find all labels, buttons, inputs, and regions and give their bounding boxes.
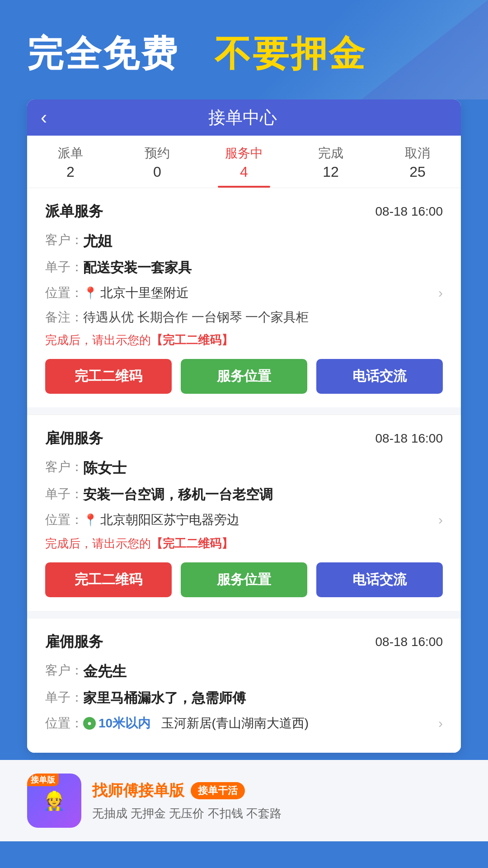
order-type-2: 雇佣服务 — [45, 429, 103, 448]
completion-hint-2: 完成后，请出示您的【完工二维码】 — [45, 536, 443, 552]
order-location-row-1[interactable]: 位置： 📍 北京十里堡附近 › — [45, 284, 443, 302]
location-distance-3: 10米以内 — [99, 716, 150, 730]
completion-hint-1: 完成后，请出示您的【完工二维码】 — [45, 332, 443, 348]
chevron-icon-1: › — [438, 285, 443, 301]
btn-phone-2[interactable]: 电话交流 — [316, 562, 443, 597]
order-desc-row-2: 单子： 安装一台空调，移机一台老空调 — [45, 486, 443, 504]
banner-content: 找师傅接单版 接单干活 无抽成 无押金 无压价 不扣钱 不套路 — [92, 780, 461, 821]
tab-bar: 派单 2 预约 0 服务中 4 完成 12 取消 25 — [27, 136, 461, 188]
order-list: 派单服务 08-18 16:00 客户： 尤姐 单子： 配送安装一套家具 位置：… — [27, 188, 461, 753]
tab-reservation[interactable]: 预约 0 — [114, 136, 201, 188]
btn-service-location-2[interactable]: 服务位置 — [181, 562, 307, 597]
order-customer-row-3: 客户： 金先生 — [45, 662, 443, 682]
banner-title-row: 找师傅接单版 接单干活 — [92, 780, 461, 801]
order-type-3: 雇佣服务 — [45, 632, 103, 652]
tab-in-service[interactable]: 服务中 4 — [201, 136, 287, 188]
chevron-icon-3: › — [438, 716, 443, 731]
order-customer-row-1: 客户： 尤姐 — [45, 231, 443, 251]
hero-banner: 完全免费 不要押金 — [0, 0, 488, 99]
order-card-3: 雇佣服务 08-18 16:00 客户： 金先生 单子： 家里马桶漏水了，急需师… — [27, 618, 461, 753]
order-time-1: 08-18 16:00 — [375, 204, 443, 219]
order-header-1: 派单服务 08-18 16:00 — [45, 202, 443, 222]
location-distance-icon-3: ● — [83, 717, 96, 730]
banner-tag: 接单干活 — [191, 782, 245, 799]
order-header-3: 雇佣服务 08-18 16:00 — [45, 632, 443, 652]
order-customer-row-2: 客户： 陈女士 — [45, 458, 443, 478]
order-time-2: 08-18 16:00 — [375, 431, 443, 446]
order-desc-row-1: 单子： 配送安装一套家具 — [45, 259, 443, 277]
location-name-3: 玉河新居(青山湖南大道西) — [161, 716, 309, 730]
back-button[interactable]: ‹ — [41, 107, 56, 128]
location-pin-icon-2: 📍 — [83, 513, 98, 527]
nav-title: 接单中心 — [56, 106, 429, 129]
action-buttons-1: 完工二维码 服务位置 电话交流 — [45, 359, 443, 394]
hero-text-yellow: 不要押金 — [215, 33, 366, 74]
order-location-row-3[interactable]: 位置： ● 10米以内 玉河新居(青山湖南大道西) › — [45, 715, 443, 732]
order-remark-row-1: 备注： 待遇从优 长期合作 一台钢琴 一个家具柜 — [45, 309, 443, 326]
order-location-row-2[interactable]: 位置： 📍 北京朝阳区苏宁电器旁边 › — [45, 511, 443, 528]
btn-service-location-1[interactable]: 服务位置 — [181, 359, 307, 394]
tab-dispatch[interactable]: 派单 2 — [27, 136, 114, 188]
main-card: ‹ 接单中心 派单 2 预约 0 服务中 4 完成 12 取消 25 派单服务 — [27, 99, 461, 753]
app-icon[interactable]: 接单版 👷 — [27, 774, 81, 828]
hero-text-white: 完全免费 — [27, 33, 179, 74]
bottom-banner: 接单版 👷 找师傅接单版 接单干活 无抽成 无押金 无压价 不扣钱 不套路 — [0, 760, 488, 841]
order-card-2: 雇佣服务 08-18 16:00 客户： 陈女士 单子： 安装一台空调，移机一台… — [27, 415, 461, 611]
order-card-1: 派单服务 08-18 16:00 客户： 尤姐 单子： 配送安装一套家具 位置：… — [27, 188, 461, 407]
chevron-icon-2: › — [438, 512, 443, 528]
btn-complete-qr-2[interactable]: 完工二维码 — [45, 562, 172, 597]
app-icon-char: 👷 — [43, 790, 66, 811]
nav-bar: ‹ 接单中心 — [27, 99, 461, 136]
action-buttons-2: 完工二维码 服务位置 电话交流 — [45, 562, 443, 597]
order-header-2: 雇佣服务 08-18 16:00 — [45, 429, 443, 448]
order-time-3: 08-18 16:00 — [375, 635, 443, 649]
location-pin-icon-1: 📍 — [83, 286, 98, 300]
tab-completed[interactable]: 完成 12 — [287, 136, 374, 188]
app-badge: 接单版 — [27, 774, 59, 786]
hero-title: 完全免费 不要押金 — [27, 30, 366, 79]
banner-app-name: 找师傅接单版 — [92, 780, 184, 801]
banner-subtitle: 无抽成 无押金 无压价 不扣钱 不套路 — [92, 806, 461, 821]
btn-phone-1[interactable]: 电话交流 — [316, 359, 443, 394]
order-desc-row-3: 单子： 家里马桶漏水了，急需师傅 — [45, 689, 443, 708]
tab-cancelled[interactable]: 取消 25 — [374, 136, 461, 188]
order-type-1: 派单服务 — [45, 202, 103, 222]
btn-complete-qr-1[interactable]: 完工二维码 — [45, 359, 172, 394]
